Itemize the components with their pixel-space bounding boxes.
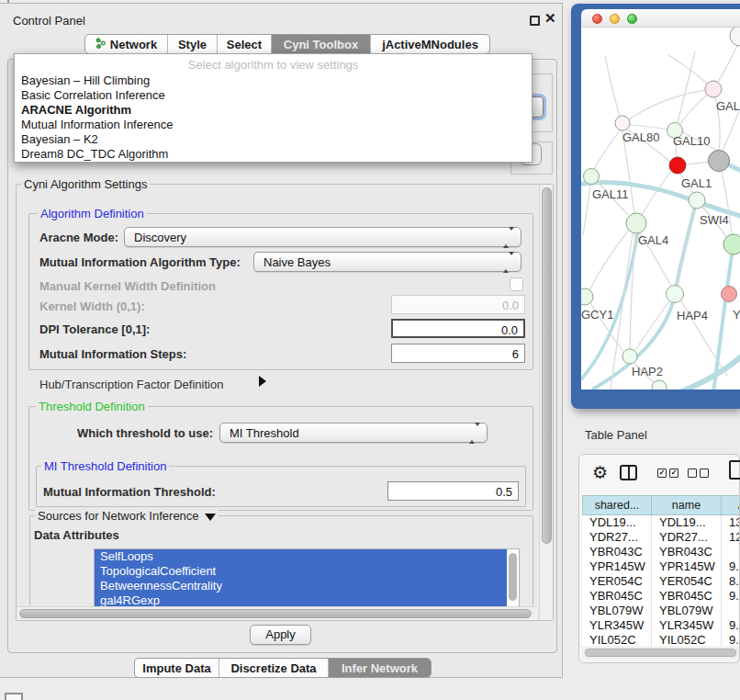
algorithm-option-list: Bayesian – Hill ClimbingBasic Correlatio… [15,73,532,162]
scrollbar-thumb[interactable] [585,649,736,657]
mi-algorithm-type-select[interactable]: Naive Bayes [253,252,521,272]
tab-network[interactable]: Network [85,35,167,53]
kernel-width-field[interactable]: 0.0 [391,295,525,314]
sources-group-title: Sources for Network Inference [35,509,219,523]
column-header-shared[interactable]: shared... [582,495,652,515]
table-cell: YBR045C [582,589,652,604]
table-row[interactable]: YDL19...YDL19...13 [582,515,739,530]
tab-impute-data[interactable]: Impute Data [135,659,219,677]
network-node[interactable] [615,116,630,130]
table-row[interactable]: YBL079WYBL079W [582,604,739,618]
network-canvas[interactable]: GALGAL80GAL10GAL1GAL11SWI4GAL4GCY1HAP4YH… [581,28,740,390]
aracne-mode-select[interactable]: Discovery [124,227,521,247]
tab-discretize-data[interactable]: Discretize Data [219,659,328,677]
columns-icon[interactable] [620,465,637,480]
network-node[interactable] [689,192,705,209]
scrollbar-thumb[interactable] [19,609,532,618]
table-row[interactable]: YER054CYER054C8. [582,574,739,589]
apply-button[interactable]: Apply [250,625,311,645]
mi-steps-label: Mutual Information Steps: [39,347,186,361]
expand-triangle-icon[interactable] [259,376,266,387]
tab-infer-network[interactable]: Infer Network [328,659,431,677]
tab-select[interactable]: Select [217,35,271,53]
column-header-name[interactable]: name [652,495,722,515]
network-node[interactable] [722,287,737,302]
gear-icon[interactable]: ⚙ [592,462,608,483]
which-threshold-select[interactable]: MI Threshold [219,423,488,443]
node-label-gal11: GAL11 [592,187,629,201]
mi-algorithm-type-value: Naive Bayes [263,255,331,269]
new-table-icon[interactable] [729,460,740,480]
unchecked-box-icon [700,469,709,478]
scrollbar-thumb[interactable] [542,187,552,544]
attribute-item-betweennesscentrality[interactable]: BetweennessCentrality [95,579,507,593]
zoom-traffic-light[interactable] [627,14,637,24]
float-window-button[interactable] [530,16,540,26]
network-window-titlebar[interactable] [581,9,740,28]
table-cell: YDL19... [652,515,722,530]
select-all-columns-icon[interactable]: ✓ ✓ [657,469,678,478]
table-row[interactable]: YBR045CYBR045C9. [582,589,739,604]
table-cell [722,545,739,559]
network-node[interactable] [652,380,667,390]
attribute-item-selfloops[interactable]: SelfLoops [95,549,507,564]
table-row[interactable]: YBR043CYBR043C [582,545,739,559]
kernel-width-label: Kernel Width (0,1): [39,299,145,313]
minimize-traffic-light[interactable] [610,14,620,24]
algorithm-option-aracne-algorithm[interactable]: ARACNE Algorithm [15,103,532,118]
close-traffic-light[interactable] [592,14,602,24]
manual-kernel-width-checkbox[interactable] [510,277,523,291]
network-node[interactable] [581,288,593,305]
table-cell: YBR045C [652,589,722,604]
table-row[interactable]: YLR345WYLR345W9. [582,618,739,633]
algorithm-option-dream8-dc-tdc-algorithm[interactable]: Dream8 DC_TDC Algorithm [15,147,532,162]
network-node[interactable] [730,28,740,46]
manual-kernel-width-label: Manual Kernel Width Definition [39,279,216,293]
network-node[interactable] [669,157,686,174]
tab-label: Select [227,38,262,51]
tab-label: Impute Data [142,661,210,675]
settings-horizontal-scrollbar[interactable] [17,606,537,620]
attribute-item-gal4rgexp[interactable]: gal4RGexp [95,593,507,607]
network-node[interactable] [705,81,722,97]
collapse-triangle-icon[interactable] [205,514,216,521]
table-row[interactable]: YDR27...YDR27...12 [582,530,739,545]
table-row[interactable]: YPR145WYPR145W9. [582,559,739,574]
mi-threshold-field[interactable]: 0.5 [387,481,519,501]
mi-steps-field[interactable]: 6 [391,344,525,363]
dpi-tolerance-field[interactable]: 0.0 [391,319,525,338]
window-title: Control Panel [13,14,85,28]
desktop: Control Panel ✕ NetworkStyleSelectCyni T… [0,0,740,700]
algorithm-option-bayesian-k2[interactable]: Bayesian – K2 [15,132,532,147]
network-node[interactable] [626,213,646,233]
which-threshold-label: Which threshold to use: [77,426,213,440]
table-horizontal-scrollbar[interactable] [582,647,739,659]
tab-style[interactable]: Style [167,35,217,53]
algorithm-option-mutual-information-inference[interactable]: Mutual Information Inference [15,118,532,132]
network-view-window: GALGAL80GAL10GAL1GAL11SWI4GAL4GCY1HAP4YH… [571,4,740,409]
mi-threshold-label: Mutual Information Threshold: [43,485,216,499]
list-scrollbar-thumb[interactable] [509,553,517,601]
tab-cyni-toolbox[interactable]: Cyni Toolbox [271,35,370,53]
close-window-button[interactable]: ✕ [544,10,556,27]
column-header-a[interactable]: A [722,495,739,515]
network-edge [583,185,590,235]
checked-box-icon: ✓ [657,469,667,478]
deselect-all-columns-icon[interactable] [688,469,709,478]
network-node[interactable] [667,286,684,303]
algorithm-option-basic-correlation-inference[interactable]: Basic Correlation Inference [15,88,532,103]
network-node[interactable] [709,151,730,172]
settings-group-title: Cyni Algorithm Settings [21,177,150,191]
table-cell: YBR043C [652,545,722,559]
table-row[interactable]: YIL052CYIL052C9. [582,633,739,646]
algorithm-option-bayesian-hill-climbing[interactable]: Bayesian – Hill Climbing [15,73,532,88]
network-node[interactable] [584,169,600,185]
settings-vertical-scrollbar[interactable] [539,185,553,620]
stepper-arrows-icon [503,231,514,244]
attribute-item-topologicalcoefficient[interactable]: TopologicalCoefficient [95,564,507,579]
stepper-arrows-icon [469,426,480,440]
control-panel-window: Control Panel ✕ NetworkStyleSelectCyni T… [0,3,563,678]
network-node[interactable] [723,234,740,254]
network-node[interactable] [622,349,637,364]
tab-jactivemnodules[interactable]: jActiveMNodules [370,35,489,53]
